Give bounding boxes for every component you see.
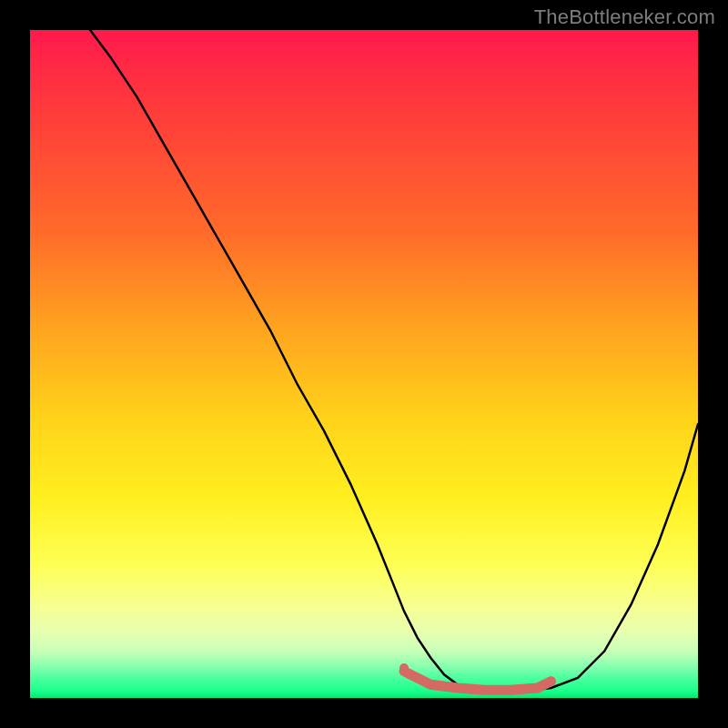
chart-svg <box>30 30 698 698</box>
plot-area <box>30 30 698 698</box>
optimal-point-marker <box>399 663 409 672</box>
bottleneck-curve <box>90 30 698 692</box>
chart-frame: TheBottleneker.com <box>0 0 728 728</box>
watermark-text: TheBottleneker.com <box>534 5 715 29</box>
optimal-range-marker <box>404 672 551 691</box>
